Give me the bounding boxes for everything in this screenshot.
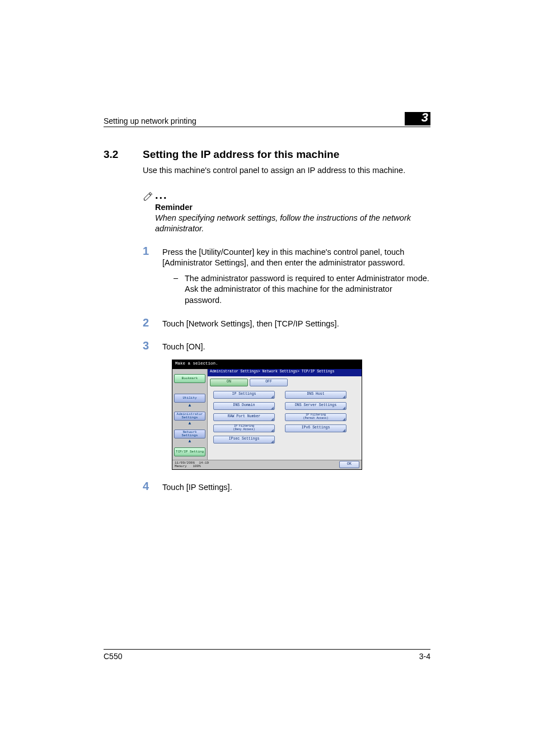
step-text: Touch [Network Settings], then [TCP/IP S… [162, 316, 430, 330]
corner-icon [343, 395, 345, 398]
options-right-column: DNS Host DNS Server Settings IP Filterin… [285, 391, 346, 444]
bookmark-label: Bookmark [182, 377, 198, 380]
ok-label: OK [347, 463, 352, 466]
dns-server-settings-label: DNS Server Settings [295, 404, 336, 408]
panel-body: Bookmark Utility ▲ Administrator Setting… [172, 369, 362, 460]
ip-settings-label: IP Settings [232, 393, 256, 396]
step-row: 1 Press the [Utility/Counter] key in thi… [104, 245, 430, 269]
step-number: 1 [104, 245, 162, 269]
panel-breadcrumb: Administrator Settings> Network Settings… [208, 369, 362, 376]
footer-page-number: 3-4 [419, 652, 430, 661]
step-row: 4 Touch [IP Settings]. [104, 480, 430, 493]
administrator-settings-label: Administrator Settings [177, 413, 203, 419]
tcpip-setting-label: TCP/IP Setting [176, 450, 204, 454]
step-text: Press the [Utility/Counter] key in this … [162, 245, 430, 269]
step-row: 3 Touch [ON]. [104, 339, 430, 353]
reminder-label: Reminder [155, 203, 430, 212]
options-grid: IP Settings DNS Domain RAW Port Number I… [208, 388, 362, 446]
section-intro-block: Use this machine's control panel to assi… [143, 165, 430, 176]
network-settings-button[interactable]: Network Settings [174, 430, 205, 438]
reminder-icon-row: ... [143, 189, 430, 202]
corner-icon [271, 395, 274, 398]
section-heading: 3.2 Setting the IP address for this mach… [104, 148, 430, 161]
substep-row: – The administrator password is required… [104, 273, 430, 306]
off-label: OFF [265, 380, 272, 384]
step-number: 3 [104, 339, 162, 353]
header-title: Setting up network printing [104, 116, 196, 125]
substep-text: The administrator password is required t… [185, 273, 430, 306]
ip-filtering-deny-label: IP Filtering (Deny Access) [233, 425, 255, 431]
corner-icon [343, 418, 345, 421]
off-button[interactable]: OFF [250, 379, 288, 386]
ipv6-settings-label: IPv6 Settings [302, 426, 330, 430]
panel-memory-label: Memory [175, 464, 187, 468]
document-page: Setting up network printing 3 3.2 Settin… [0, 0, 534, 756]
panel-status-text: 11/09/2006 14:19 Memory 100% [175, 461, 209, 468]
section-intro: Use this machine's control panel to assi… [143, 165, 430, 176]
network-settings-label: Network Settings [182, 431, 198, 437]
ip-settings-button[interactable]: IP Settings [213, 391, 275, 399]
ip-filtering-deny-button[interactable]: IP Filtering (Deny Access) [213, 424, 275, 432]
step-number: 4 [104, 480, 162, 493]
reminder-text: When specifying network settings, follow… [155, 213, 430, 235]
ipsec-settings-button[interactable]: IPsec Settings [213, 436, 275, 444]
dns-host-button[interactable]: DNS Host [285, 391, 346, 399]
dns-host-label: DNS Host [307, 393, 324, 396]
corner-icon [343, 429, 345, 432]
panel-memory-value: 100% [193, 464, 200, 468]
utility-label: Utility [182, 396, 196, 400]
bookmark-button[interactable]: Bookmark [174, 374, 205, 383]
reminder-dots: ... [154, 189, 168, 201]
corner-icon [271, 429, 274, 432]
tcpip-setting-button[interactable]: TCP/IP Setting [174, 447, 205, 456]
administrator-settings-button[interactable]: Administrator Settings [174, 412, 205, 421]
ok-button[interactable]: OK [339, 461, 359, 468]
chapter-badge: 3 [405, 112, 430, 125]
on-label: ON [227, 380, 231, 384]
crumb-arrow-icon: ▲ [189, 403, 191, 408]
crumb-arrow-icon: ▲ [189, 439, 191, 444]
substep-dash: – [174, 273, 185, 306]
utility-button[interactable]: Utility [174, 394, 205, 403]
ip-filtering-permit-button[interactable]: IP Filtering (Permit Access) [285, 413, 346, 421]
on-off-toggle: ON OFF [208, 376, 362, 388]
panel-status-bar: 11/09/2006 14:19 Memory 100% OK [172, 460, 362, 469]
control-panel-screenshot: Make a selection. Bookmark Utility ▲ Adm… [172, 360, 362, 470]
step-text: Touch [IP Settings]. [162, 480, 430, 493]
dns-domain-label: DNS Domain [233, 404, 255, 408]
section-number: 3.2 [104, 148, 143, 161]
corner-icon [271, 440, 274, 443]
step-row: 2 Touch [Network Settings], then [TCP/IP… [104, 316, 430, 330]
panel-right-column: Administrator Settings> Network Settings… [208, 369, 362, 460]
ipv6-settings-button[interactable]: IPv6 Settings [285, 424, 346, 432]
dns-server-settings-button[interactable]: DNS Server Settings [285, 402, 346, 410]
crumb-arrow-icon: ▲ [189, 421, 191, 426]
panel-left-column: Bookmark Utility ▲ Administrator Setting… [172, 369, 208, 460]
corner-icon [271, 418, 274, 421]
ip-filtering-permit-label: IP Filtering (Permit Access) [303, 414, 328, 420]
pencil-icon [143, 190, 154, 202]
corner-icon [271, 407, 274, 409]
step-number: 2 [104, 316, 162, 330]
corner-icon [343, 407, 345, 409]
raw-port-number-label: RAW Port Number [228, 415, 261, 419]
raw-port-number-button[interactable]: RAW Port Number [213, 413, 275, 421]
panel-instruction: Make a selection. [172, 360, 362, 369]
section-title: Setting the IP address for this machine [143, 148, 339, 161]
on-button[interactable]: ON [210, 379, 248, 386]
dns-domain-button[interactable]: DNS Domain [213, 402, 275, 410]
footer-model: C550 [104, 652, 122, 661]
step-text: Touch [ON]. [162, 339, 430, 353]
control-panel: Make a selection. Bookmark Utility ▲ Adm… [172, 360, 362, 470]
page-footer: C550 3-4 [104, 649, 430, 661]
page-header: Setting up network printing 3 [104, 112, 430, 127]
options-left-column: IP Settings DNS Domain RAW Port Number I… [213, 391, 275, 444]
ipsec-settings-label: IPsec Settings [229, 437, 260, 441]
